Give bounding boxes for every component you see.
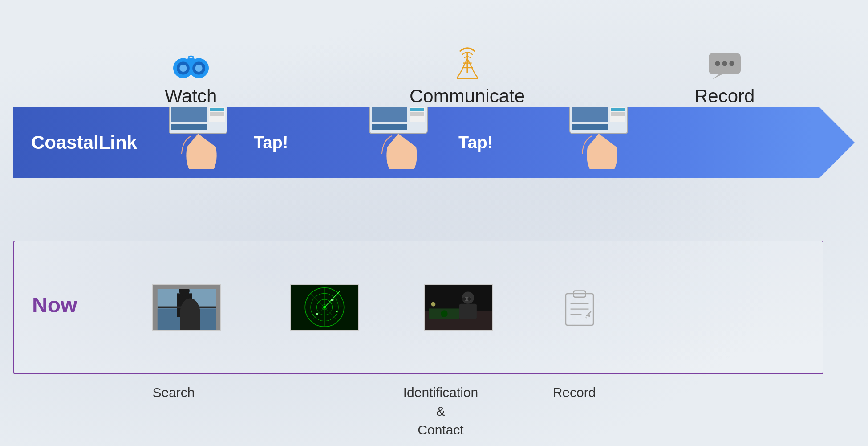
arrow-bar: CoastalLink Tap! Tap! [13, 107, 855, 178]
brand-label: CoastalLink [31, 132, 137, 153]
svg-rect-48 [158, 307, 216, 308]
svg-point-63 [316, 313, 318, 315]
svg-line-9 [467, 59, 475, 73]
svg-rect-42 [611, 112, 625, 116]
svg-point-64 [336, 311, 337, 312]
now-label: Now [32, 293, 77, 317]
communicate-item: Communicate [410, 45, 525, 107]
binoculars-thumbnail [424, 284, 493, 331]
identification-caption: Identification & Contact [383, 383, 499, 439]
watch-item: Watch [165, 49, 217, 107]
svg-rect-69 [459, 304, 477, 319]
radar-thumbnail [290, 284, 359, 331]
record-caption: Record [530, 383, 619, 402]
tap2-label: Tap! [458, 133, 493, 152]
svg-point-74 [441, 310, 448, 317]
svg-rect-50 [153, 285, 158, 330]
clipboard-item [562, 287, 597, 327]
svg-marker-19 [712, 74, 723, 79]
svg-rect-4 [187, 58, 195, 63]
svg-line-12 [457, 73, 460, 78]
svg-point-5 [179, 65, 187, 72]
svg-line-83 [585, 317, 587, 318]
svg-point-6 [195, 65, 202, 72]
svg-point-18 [729, 61, 734, 66]
record-item: Record [694, 51, 754, 107]
radar-svg [291, 284, 358, 331]
svg-line-8 [460, 59, 467, 73]
svg-line-13 [475, 73, 478, 78]
svg-rect-25 [210, 108, 224, 111]
tap1-label: Tap! [254, 133, 288, 152]
svg-rect-35 [372, 124, 407, 130]
svg-rect-45 [153, 308, 220, 330]
svg-rect-34 [410, 112, 424, 116]
svg-rect-33 [410, 108, 424, 111]
helm-thumbnail [152, 284, 221, 331]
radar-item [290, 284, 359, 331]
communicate-label: Communicate [410, 86, 525, 107]
svg-rect-46 [177, 293, 192, 317]
svg-rect-51 [216, 285, 220, 330]
svg-rect-26 [210, 112, 224, 116]
svg-rect-27 [171, 124, 207, 130]
watch-label: Watch [165, 86, 217, 107]
clipboard-svg-icon [562, 287, 597, 327]
search-item [152, 284, 221, 331]
svg-point-75 [431, 302, 436, 307]
record-label: Record [694, 86, 754, 107]
icons-row: Watch [0, 9, 868, 107]
antenna-icon [450, 45, 485, 80]
svg-point-72 [467, 297, 471, 301]
svg-point-17 [722, 61, 727, 66]
svg-point-71 [462, 297, 466, 301]
main-container: Watch [0, 0, 868, 446]
arrow-shape: CoastalLink Tap! Tap! [13, 107, 855, 178]
search-caption: Search [129, 383, 218, 402]
binoculars-item [424, 284, 493, 331]
top-section: Watch [0, 0, 868, 223]
svg-point-16 [715, 61, 720, 66]
svg-rect-41 [611, 108, 625, 111]
svg-rect-49 [153, 285, 220, 289]
chat-icon [707, 51, 742, 80]
binoculars-icon [173, 49, 209, 80]
svg-rect-43 [572, 124, 608, 130]
bottom-section: Now [13, 241, 823, 374]
